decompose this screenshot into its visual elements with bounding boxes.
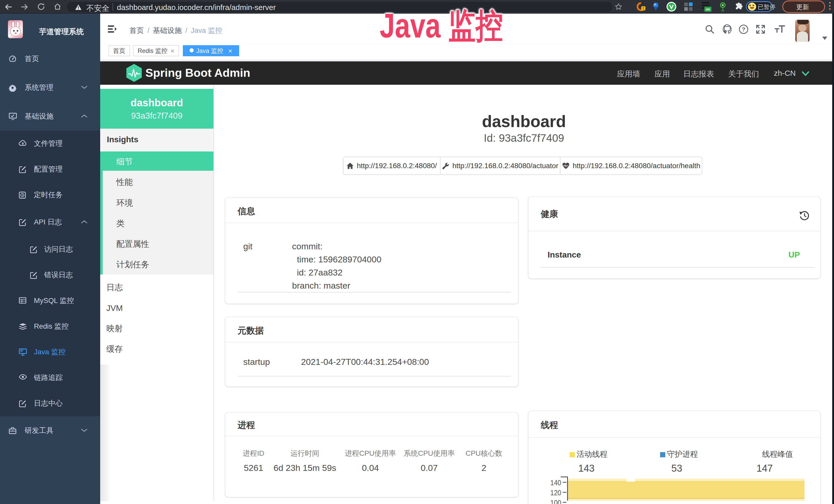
svg-text:?: ? xyxy=(742,26,745,32)
svg-text:on: on xyxy=(706,7,710,11)
svg-text:1: 1 xyxy=(642,6,644,10)
